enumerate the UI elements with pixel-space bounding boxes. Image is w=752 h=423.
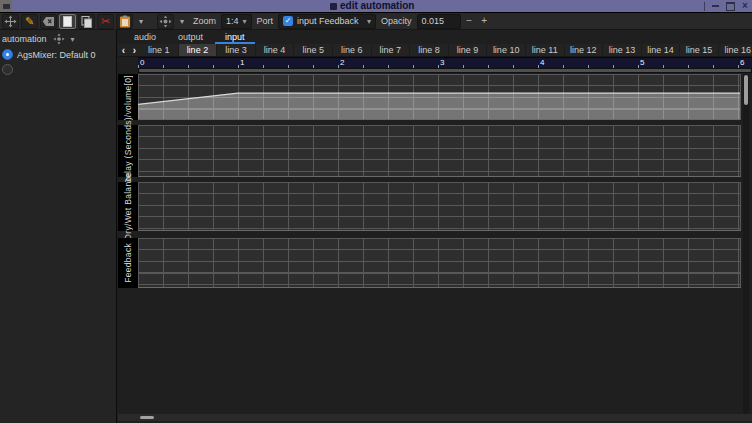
- line-tab[interactable]: line 6: [333, 44, 372, 56]
- horizontal-scrollbar[interactable]: [118, 414, 752, 421]
- track-label: Dry/Wet Balance: [123, 172, 133, 240]
- edit-automation-window: edit automation × ✎ ✂ ▾: [0, 0, 752, 423]
- track-row-delay: Delay (Seconds): [118, 125, 752, 177]
- line-tab[interactable]: line 14: [642, 44, 681, 56]
- automation-dropdown[interactable]: ▾: [71, 35, 75, 44]
- zoom-select[interactable]: 1:4 ▾: [221, 14, 252, 29]
- line-tab[interactable]: line 5: [294, 44, 333, 56]
- window-icon: [330, 3, 337, 10]
- window-controls-separator: [704, 2, 705, 11]
- tool-popup-button[interactable]: [157, 14, 174, 29]
- paste-options-dropdown[interactable]: ▾: [135, 14, 147, 29]
- vertical-scrollbar-thumb[interactable]: [744, 75, 748, 105]
- select-tool-button[interactable]: [59, 14, 76, 29]
- automation-grid-feedback[interactable]: [138, 238, 741, 288]
- machine-radio-row[interactable]: [0, 62, 116, 77]
- line-tab[interactable]: line 16: [719, 44, 752, 56]
- ruler-tick-label: 3: [440, 58, 444, 67]
- clear-tool-button[interactable]: [40, 14, 57, 29]
- line-tab-label: line 9: [457, 45, 479, 55]
- scope-tab[interactable]: audio: [124, 30, 166, 44]
- cut-tool-button[interactable]: ✂: [97, 14, 114, 29]
- line-tab-label: line 11: [532, 45, 558, 55]
- edit-scrollbar-top[interactable]: [138, 68, 752, 73]
- position-icon: [4, 15, 17, 28]
- automation-tool-icon: [53, 33, 65, 45]
- line-tab[interactable]: line 15: [680, 44, 719, 56]
- ruler-tick-label: 6: [740, 58, 744, 67]
- minimize-button[interactable]: [710, 1, 720, 11]
- chevron-down-icon: ▾: [367, 17, 371, 26]
- line-tab[interactable]: line 1: [140, 44, 179, 56]
- line-tab-label: line 14: [647, 45, 674, 55]
- opacity-input[interactable]: 0.015: [417, 14, 461, 29]
- titlebar[interactable]: edit automation ×: [0, 0, 752, 13]
- title-area: edit automation: [330, 0, 414, 12]
- edit-icon: ✎: [25, 16, 34, 27]
- port-checkbox[interactable]: ✓: [283, 16, 293, 26]
- radio-icon: [2, 64, 13, 75]
- ruler-tick-label: 1: [240, 58, 244, 67]
- scope-tab-label: input: [225, 32, 245, 42]
- zoom-value: 1:4: [226, 16, 239, 26]
- track-row-volume: ./volume[0]: [118, 74, 752, 120]
- line-tab-strip: line 1 line 2 line 3 line 4 line 5 line …: [140, 44, 752, 56]
- line-tab[interactable]: line 4: [256, 44, 295, 56]
- line-tab[interactable]: line 13: [603, 44, 642, 56]
- edit-scrollbar-top-thumb[interactable]: [139, 69, 751, 72]
- line-tab[interactable]: line 3: [217, 44, 256, 56]
- line-tab-label: line 12: [570, 45, 597, 55]
- port-select[interactable]: ✓ input Feedback ▾: [278, 14, 376, 29]
- line-tab[interactable]: line 7: [372, 44, 411, 56]
- line-tab[interactable]: line 9: [449, 44, 488, 56]
- scope-tab[interactable]: input: [215, 30, 255, 44]
- line-tab-label: line 2: [187, 45, 209, 55]
- automation-grid-drywet[interactable]: [138, 182, 741, 231]
- line-tab-label: line 7: [380, 45, 402, 55]
- opacity-label: Opacity: [381, 16, 412, 26]
- line-tab-label: line 1: [148, 45, 170, 55]
- automation-grid-delay[interactable]: [138, 125, 741, 177]
- close-button[interactable]: ×: [740, 1, 750, 11]
- vertical-scrollbar[interactable]: [743, 74, 749, 414]
- line-tab-label: line 4: [264, 45, 286, 55]
- opacity-increment-button[interactable]: +: [478, 14, 491, 28]
- tool-popup-dropdown[interactable]: ▾: [176, 14, 188, 29]
- window-menu-icon: [3, 4, 10, 9]
- machine-sidebar: automation ▾ AgsMixer: Default 0: [0, 30, 117, 423]
- paste-icon: [119, 15, 131, 28]
- automation-editor: audio output input ‹ › line 1 line 2 lin…: [118, 30, 752, 423]
- automation-curve-volume[interactable]: [138, 74, 740, 119]
- window-menu-button[interactable]: [0, 0, 12, 12]
- automation-header: automation ▾: [0, 30, 116, 47]
- ruler-tick-label: 4: [540, 58, 544, 67]
- scope-tabs: audio output input: [118, 30, 255, 44]
- scroll-right-button[interactable]: ›: [129, 44, 140, 56]
- line-tab[interactable]: line 8: [410, 44, 449, 56]
- horizontal-scrollbar-thumb[interactable]: [140, 416, 154, 419]
- position-tool-button[interactable]: [2, 14, 19, 29]
- scroll-left-button[interactable]: ‹: [118, 44, 129, 56]
- machine-radio-row[interactable]: AgsMixer: Default 0: [0, 47, 116, 62]
- copy-tool-button[interactable]: [78, 14, 95, 29]
- line-tab-bar: ‹ › line 1 line 2 line 3 line 4 line 5 l…: [118, 44, 752, 57]
- window-controls: ×: [704, 0, 750, 12]
- track-label-strip: Delay (Seconds): [118, 125, 138, 177]
- maximize-button[interactable]: [725, 1, 735, 11]
- track-label: ./volume[0]: [123, 75, 133, 120]
- line-tab[interactable]: line 12: [565, 44, 604, 56]
- scope-tab[interactable]: output: [168, 30, 213, 44]
- line-tab-label: line 8: [418, 45, 440, 55]
- opacity-decrement-button[interactable]: −: [463, 14, 476, 28]
- maximize-icon: [726, 2, 735, 11]
- track-label-strip: ./volume[0]: [118, 74, 138, 120]
- automation-grid-volume[interactable]: [138, 74, 741, 120]
- line-tab[interactable]: line 2: [179, 44, 218, 56]
- edit-tool-button[interactable]: ✎: [21, 14, 38, 29]
- line-tab[interactable]: line 11: [526, 44, 565, 56]
- line-tab[interactable]: line 10: [487, 44, 526, 56]
- paste-tool-button[interactable]: [116, 14, 133, 29]
- copy-icon: [80, 15, 93, 28]
- line-tab-label: line 16: [724, 45, 751, 55]
- ruler-tick-label: 5: [640, 58, 644, 67]
